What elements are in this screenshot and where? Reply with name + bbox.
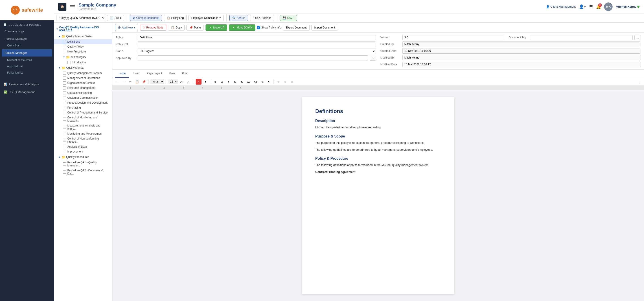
font-family-select[interactable]: Arial [150, 79, 164, 84]
tab-home[interactable]: Home [115, 69, 129, 78]
tree-item-product-design[interactable]: Product Design and Development [54, 100, 112, 105]
tree-checkbox[interactable] [63, 106, 66, 109]
list-icon[interactable]: ☰ [589, 4, 593, 9]
add-new-button[interactable]: ⊕ Add New ▾ [115, 24, 138, 31]
save-button[interactable]: 💾 SAVE [280, 15, 297, 21]
status-select[interactable]: In Progress [138, 48, 376, 54]
document-page[interactable]: Definitions Description MK Inc. has guid… [302, 97, 454, 294]
export-document-button[interactable]: Export Document [283, 25, 310, 30]
color-chevron[interactable]: ▾ [202, 79, 208, 85]
bold-button[interactable]: B [219, 79, 224, 85]
sidebar-item-assessment[interactable]: 📊 Assessment & Analysis [0, 80, 54, 88]
show-policy-info-checkbox[interactable]: Show Policy Info [257, 26, 281, 29]
approved-by-picker[interactable]: ... [370, 56, 376, 60]
import-document-button[interactable]: Import Document [312, 25, 338, 30]
tree-item-control-prod[interactable]: Control of Production and Service [54, 110, 112, 115]
tree-item-customer-comm[interactable]: Customer Communication [54, 95, 112, 100]
tree-checkbox[interactable] [63, 101, 66, 104]
tab-view[interactable]: View [166, 69, 178, 78]
tree-item-new-procedure[interactable]: New Procedure [54, 49, 112, 54]
search-button[interactable]: 🔍 Search [229, 15, 248, 21]
paste-format-button[interactable]: 📌 [141, 79, 147, 85]
tree-item-quality-policy[interactable]: Quality Policy [54, 44, 112, 49]
document-tag-input[interactable] [531, 35, 632, 40]
more-options-button[interactable]: ⋮ [636, 79, 642, 85]
policy-input[interactable] [138, 35, 376, 40]
find-replace-button[interactable]: Find & Replace [250, 15, 274, 21]
tree-folder-quality-manual[interactable]: ▼ 📁 Quality Manual [54, 65, 112, 71]
font-color-picker[interactable]: A [196, 79, 202, 85]
sidebar-item-company-logs[interactable]: Company Logs [0, 27, 54, 35]
tree-checkbox[interactable] [63, 71, 66, 75]
tree-item-control-monitor[interactable]: Control of Monitoring and Measuri... [54, 115, 112, 123]
tree-item-improvement[interactable]: Improvement [54, 149, 112, 154]
tree-folder-quality-manual-series[interactable]: ▼ 📁 Quality Manual Series [54, 33, 112, 39]
file-button[interactable]: 📄 File ▾ [107, 15, 124, 21]
sidebar-item-hseq[interactable]: ✅ HSEQ Management [0, 88, 54, 96]
policy-log-button[interactable]: 📋 Policy Log [164, 15, 186, 21]
sidebar-item-policies-manager[interactable]: Policies Manager [0, 35, 54, 42]
approved-by-input[interactable] [138, 55, 368, 61]
tree-checkbox[interactable] [63, 139, 66, 142]
sidebar-item-quick-start[interactable]: Quick Start [0, 42, 54, 49]
strikethrough-button[interactable]: S [239, 79, 245, 85]
add-user-icon[interactable]: 👤+ [579, 4, 586, 9]
tree-item-ops-planning[interactable]: Operations Planning [54, 90, 112, 95]
aa-button[interactable]: Aa [259, 79, 265, 85]
tree-checkbox[interactable] [63, 50, 66, 53]
paste-button[interactable]: 📌 Paste [186, 25, 204, 30]
tree-checkbox[interactable] [63, 40, 66, 43]
sidebar-item-policies-manager-sub[interactable]: Policies Manager [2, 49, 52, 56]
tree-item-measurement[interactable]: Measurement, Analysis and Impro... [54, 123, 112, 131]
tree-checkbox[interactable] [63, 96, 66, 99]
handbook-dropdown[interactable]: Copy(5) Quality Assurance ISO S [56, 15, 105, 21]
tree-item-analysis[interactable]: Analysis of Data [54, 144, 112, 149]
tree-checkbox[interactable] [67, 61, 70, 64]
font-size-select[interactable]: 11 [168, 79, 178, 84]
notification-bell[interactable]: 🔔 19 [596, 4, 601, 9]
font-size-up[interactable]: A+ [179, 79, 185, 85]
underline-button[interactable]: U [232, 79, 238, 85]
sidebar-item-approval[interactable]: Approval List [0, 63, 54, 69]
font-size-down[interactable]: A- [186, 79, 192, 85]
remove-node-button[interactable]: ✕ Remove Node [140, 25, 166, 30]
tree-item-qp2[interactable]: Procedure QP2 - Document & Dat... [54, 168, 112, 176]
tree-item-purchasing[interactable]: Purchasing [54, 105, 112, 110]
clear-format-button[interactable]: A [212, 79, 218, 85]
superscript-button[interactable]: X2 [252, 79, 258, 85]
version-input[interactable] [402, 35, 504, 40]
move-down-button[interactable]: ▼ Move DOWN [229, 24, 255, 31]
indent-button[interactable]: ≡ [289, 79, 295, 85]
employee-compliance-button[interactable]: Employee Compliance ▾ [188, 15, 224, 21]
special-char-button[interactable]: ¶ [266, 79, 272, 85]
tree-checkbox[interactable] [63, 45, 66, 48]
tree-checkbox[interactable] [63, 91, 66, 94]
tab-insert[interactable]: Insert [129, 69, 143, 78]
home-button[interactable]: 🏠 [58, 3, 66, 11]
redo-button[interactable]: → [121, 79, 126, 85]
tree-checkbox[interactable] [63, 145, 66, 148]
document-content-area[interactable]: Definitions Description MK Inc. has guid… [112, 90, 644, 301]
compile-handbook-button[interactable]: ⚙ Compile Handbook [130, 15, 162, 21]
tree-item-introduction[interactable]: Introduction [54, 60, 112, 65]
tree-item-monitoring[interactable]: Monitoring and Measurement [54, 131, 112, 136]
policy-ref-input[interactable] [138, 41, 376, 47]
tree-item-qp1[interactable]: Procedure QP1 - Quality Manager... [54, 160, 112, 168]
tree-item-management-ops[interactable]: Management of Operations [54, 76, 112, 80]
tree-checkbox[interactable] [63, 170, 66, 174]
tree-checkbox[interactable] [63, 132, 66, 135]
tree-item-definitions[interactable]: Definitions [54, 39, 112, 44]
tree-checkbox[interactable] [63, 76, 66, 80]
sidebar-item-policy-log[interactable]: Policy log list [0, 69, 54, 76]
hamburger-menu[interactable] [70, 5, 75, 8]
tree-checkbox[interactable] [63, 86, 66, 89]
tab-print[interactable]: Print [178, 69, 191, 78]
bullet-list-button[interactable]: ≡ [276, 79, 282, 85]
tree-item-qms[interactable]: Quality Management System [54, 71, 112, 76]
numbered-list-button[interactable]: ≡ [282, 79, 288, 85]
tree-folder-sub-category[interactable]: ▼ 📁 sub category [54, 54, 112, 60]
tree-checkbox[interactable] [63, 162, 66, 166]
move-up-button[interactable]: ▲ Move UP [206, 24, 227, 31]
tree-checkbox[interactable] [63, 81, 66, 85]
sidebar-item-notification[interactable]: Notification via email [0, 57, 54, 63]
